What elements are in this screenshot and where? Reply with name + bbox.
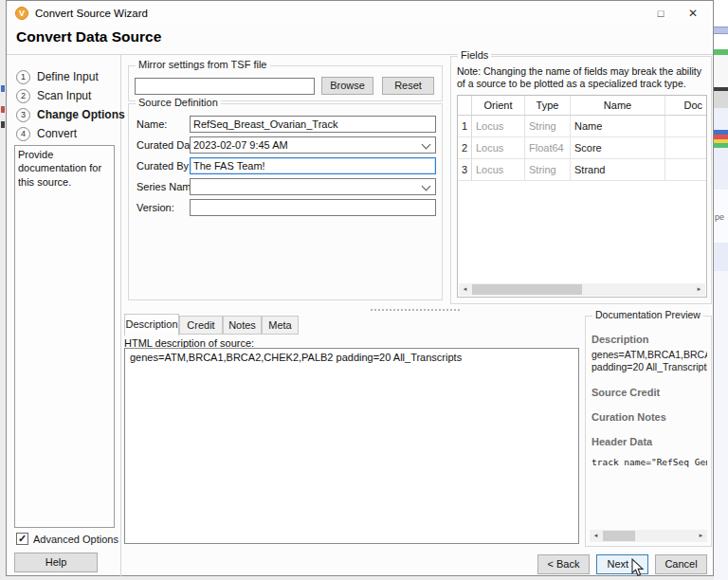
orient-cell: Locus bbox=[472, 159, 525, 180]
background-window-right-sliver bbox=[714, 0, 728, 580]
curated-date-combo[interactable] bbox=[190, 136, 436, 154]
preview-description-line: padding=20 All_Transcripts bbox=[592, 361, 707, 373]
preview-source-credit-heading: Source Credit bbox=[592, 387, 707, 398]
name-label: Name: bbox=[136, 116, 167, 133]
mirror-settings-legend: Mirror settings from TSF file bbox=[136, 59, 270, 70]
cancel-button[interactable]: Cancel bbox=[655, 554, 707, 574]
app-logo-icon[interactable]: V bbox=[15, 7, 28, 20]
doc-cell[interactable] bbox=[665, 116, 706, 136]
background-icon-fragment bbox=[1, 121, 5, 128]
column-header-doc[interactable]: Doc bbox=[665, 96, 706, 115]
source-definition-legend: Source Definition bbox=[136, 97, 221, 108]
step-number-icon: 4 bbox=[16, 127, 30, 141]
tab-notes[interactable]: Notes bbox=[223, 316, 262, 335]
preview-curation-notes-heading: Curation Notes bbox=[592, 411, 707, 423]
series-name-input[interactable] bbox=[190, 178, 436, 195]
fields-legend: Fields bbox=[458, 49, 491, 61]
panel-splitter-handle[interactable] bbox=[371, 309, 460, 314]
close-button[interactable]: ✕ bbox=[679, 1, 707, 26]
table-row: 3 Locus String Strand bbox=[458, 159, 706, 181]
step-number-icon: 2 bbox=[16, 89, 30, 103]
scroll-right-icon[interactable]: ► bbox=[695, 530, 707, 542]
scroll-right-icon[interactable]: ► bbox=[693, 283, 705, 296]
tab-credit[interactable]: Credit bbox=[179, 316, 223, 335]
background-text-fragment: pe bbox=[715, 212, 724, 222]
tsf-file-path-input[interactable] bbox=[135, 78, 315, 95]
header-divider bbox=[7, 54, 713, 55]
page-title: Convert Data Source bbox=[16, 28, 161, 45]
table-row: 2 Locus Float64 Score bbox=[458, 137, 706, 159]
name-cell[interactable]: Name bbox=[571, 116, 665, 136]
curated-by-label: Curated By: bbox=[136, 157, 191, 174]
step-help-text: Provide documentation for this source. bbox=[14, 145, 115, 528]
orient-cell: Locus bbox=[472, 137, 525, 158]
type-cell: String bbox=[525, 159, 571, 180]
back-button[interactable]: < Back bbox=[537, 554, 590, 574]
html-description-textarea[interactable]: genes=ATM,BRCA1,BRCA2,CHEK2,PALB2 paddin… bbox=[124, 348, 579, 544]
background-icon-fragment bbox=[1, 106, 5, 113]
maximize-button[interactable]: □ bbox=[646, 1, 675, 26]
advanced-options-checkbox[interactable]: ✓ bbox=[16, 533, 28, 545]
step-change-options[interactable]: 3 Change Options bbox=[16, 105, 125, 124]
preview-header-data-line: track name="RefSeq Genes bbox=[592, 457, 707, 467]
column-header-name[interactable]: Name bbox=[571, 96, 665, 115]
fields-group: Fields Note: Changing the name of fields… bbox=[450, 56, 712, 304]
step-scan-input[interactable]: 2 Scan Input bbox=[16, 86, 125, 105]
convert-source-wizard-dialog: V Convert Source Wizard □ ✕ Convert Data… bbox=[6, 0, 714, 576]
mouse-cursor bbox=[631, 558, 646, 579]
step-number-icon: 1 bbox=[16, 70, 30, 84]
browse-button[interactable]: Browse bbox=[321, 77, 373, 95]
background-icon-fragment bbox=[1, 85, 5, 92]
advanced-options-label: Advanced Options bbox=[33, 534, 118, 545]
step-convert[interactable]: 4 Convert bbox=[16, 124, 125, 143]
name-input[interactable] bbox=[190, 116, 436, 133]
step-define-input[interactable]: 1 Define Input bbox=[16, 67, 125, 86]
row-number: 1 bbox=[458, 116, 472, 136]
wizard-steps: 1 Define Input 2 Scan Input 3 Change Opt… bbox=[16, 67, 125, 143]
column-header-orient[interactable]: Orient bbox=[472, 96, 525, 115]
preview-description-line: genes=ATM,BRCA1,BRCA2,CH bbox=[592, 349, 707, 361]
doc-cell[interactable] bbox=[665, 137, 706, 158]
doc-cell[interactable] bbox=[665, 159, 706, 180]
preview-description-heading: Description bbox=[592, 334, 707, 345]
scrollbar-thumb[interactable] bbox=[472, 284, 582, 295]
version-label: Version: bbox=[136, 199, 174, 216]
curated-date-input[interactable] bbox=[190, 136, 436, 154]
window-title: Convert Source Wizard bbox=[35, 1, 148, 26]
series-name-combo[interactable] bbox=[190, 178, 436, 195]
scrollbar-thumb[interactable] bbox=[603, 531, 635, 541]
documentation-preview-body: Description genes=ATM,BRCA1,BRCA2,CH pad… bbox=[592, 326, 707, 527]
type-cell: String bbox=[525, 116, 571, 136]
version-input[interactable] bbox=[190, 199, 436, 216]
name-cell[interactable]: Strand bbox=[571, 159, 665, 180]
row-number: 2 bbox=[458, 137, 472, 158]
titlebar[interactable]: V Convert Source Wizard □ ✕ bbox=[7, 1, 713, 26]
documentation-preview-legend: Documentation Preview bbox=[592, 309, 703, 320]
fields-table: Orient Type Name Doc 1 Locus String Name… bbox=[457, 95, 707, 298]
help-button[interactable]: Help bbox=[14, 553, 98, 572]
type-cell: Float64 bbox=[525, 137, 571, 158]
source-definition-group: Source Definition Name: Curated Date: Cu… bbox=[128, 103, 443, 300]
documentation-preview-group: Documentation Preview Description genes=… bbox=[585, 316, 712, 547]
table-row: 1 Locus String Name bbox=[458, 116, 706, 137]
fields-horizontal-scrollbar[interactable]: ◄ ► bbox=[459, 283, 705, 296]
curated-by-input[interactable] bbox=[190, 157, 436, 174]
preview-horizontal-scrollbar[interactable]: ◄ ► bbox=[590, 530, 707, 542]
tab-description[interactable]: Description bbox=[124, 314, 179, 335]
fields-table-header: Orient Type Name Doc bbox=[458, 96, 706, 116]
column-header-type[interactable]: Type bbox=[525, 96, 571, 115]
name-cell[interactable]: Score bbox=[571, 137, 665, 158]
step-number-icon: 3 bbox=[16, 108, 30, 122]
reset-button[interactable]: Reset bbox=[382, 77, 434, 95]
scroll-left-icon[interactable]: ◄ bbox=[590, 530, 602, 542]
orient-cell: Locus bbox=[472, 116, 525, 136]
preview-header-data-heading: Header Data bbox=[592, 436, 707, 447]
fields-note: Note: Changing the name of fields may br… bbox=[457, 65, 707, 90]
row-number: 3 bbox=[458, 159, 472, 180]
tab-meta[interactable]: Meta bbox=[262, 316, 299, 335]
scroll-left-icon[interactable]: ◄ bbox=[459, 283, 471, 296]
